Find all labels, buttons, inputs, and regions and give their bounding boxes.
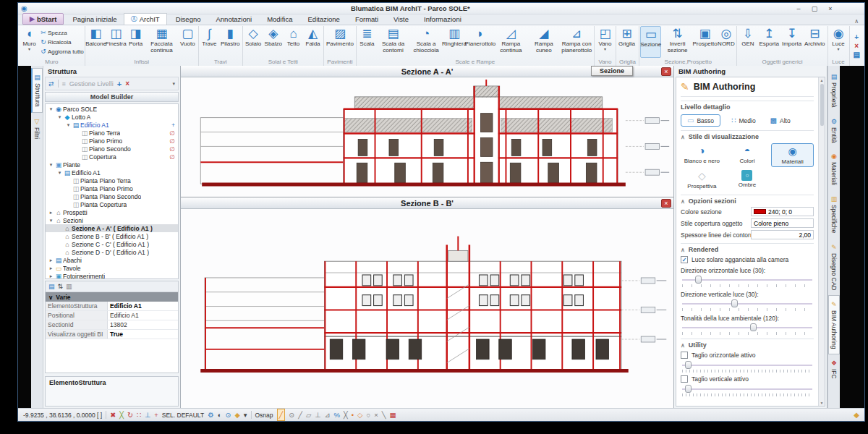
- porta-button[interactable]: ◨ Porta: [126, 26, 145, 58]
- medio-button[interactable]: ∷ Medio: [728, 115, 760, 126]
- section-a-header[interactable]: Sezione A - A' Sezione ×: [181, 66, 673, 77]
- tree-row[interactable]: ▾ ◆ Lotto A: [46, 113, 178, 121]
- tree-row[interactable]: ▸ ▤ Abachi: [46, 256, 178, 264]
- slider-control[interactable]: [682, 360, 812, 370]
- categorize-icon[interactable]: ▤: [48, 283, 55, 290]
- osnap-label[interactable]: Osnap: [255, 412, 273, 419]
- property-value[interactable]: True: [108, 330, 178, 339]
- visibility-marker-icon[interactable]: ∅: [170, 137, 175, 145]
- tree-row[interactable]: ▾ ▣ Piante: [46, 161, 178, 169]
- tetto-button[interactable]: ⌂ Tetto: [284, 26, 303, 58]
- pianerottolo-button[interactable]: ◗ Pianerottolo: [466, 26, 494, 58]
- osnap-percent-icon[interactable]: %: [334, 409, 340, 420]
- colore-sezione-field[interactable]: 240; 0; 0: [751, 207, 814, 216]
- property-page-icon[interactable]: ▥: [66, 283, 72, 290]
- expand-arrow-icon[interactable]: ▸: [48, 210, 54, 216]
- slider-thumb[interactable]: [750, 323, 757, 331]
- osnap-line-icon[interactable]: ╱: [277, 409, 286, 421]
- prospetto-button[interactable]: ▣ Prospetto: [694, 26, 717, 58]
- trave-button[interactable]: ∫ Trave: [200, 26, 219, 58]
- expand-arrow-icon[interactable]: ▸: [48, 258, 54, 263]
- scroll-up-icon[interactable]: ▲: [820, 78, 824, 82]
- prospettiva-button[interactable]: ◇ Prospettiva: [681, 169, 723, 191]
- panel-scrollbar[interactable]: ▲ ▼: [818, 77, 825, 406]
- slider-thumb[interactable]: [695, 276, 702, 284]
- osnap-perpendicular-icon[interactable]: ⊥: [315, 409, 320, 420]
- facciata-continua-button[interactable]: ▦ Facciata continua: [145, 26, 178, 58]
- tree-row[interactable]: ◫ Pianta Piano Primo: [46, 184, 178, 192]
- toolbar-dropdown-icon[interactable]: ▾: [172, 81, 175, 87]
- settings-gear-icon[interactable]: ⚙: [208, 409, 214, 420]
- finestra-button[interactable]: ◫ Finestra: [106, 26, 126, 58]
- slider-thumb[interactable]: [731, 299, 738, 307]
- layer-drop-icon[interactable]: ▾: [244, 409, 247, 420]
- add-level-button[interactable]: +: [117, 80, 122, 88]
- menu-tab[interactable]: Formati: [346, 13, 385, 25]
- expand-arrow-icon[interactable]: ▸: [48, 273, 54, 279]
- osnap-quadrant-icon[interactable]: ◇: [357, 409, 362, 420]
- zoom-lens-icon[interactable]: ⊙: [225, 409, 231, 420]
- livelli-button[interactable]: ▤: [854, 51, 860, 59]
- falda-button[interactable]: ◭ Falda: [303, 26, 323, 58]
- taglio-checkbox[interactable]: [681, 375, 688, 383]
- spessore-linee-field[interactable]: 2,00: [751, 230, 814, 239]
- tree-row[interactable]: ▾ ▤ Edificio A1 +: [46, 121, 178, 129]
- gen-button[interactable]: ⇩ GEN: [738, 26, 757, 58]
- menu-tab[interactable]: Informazioni: [415, 13, 468, 25]
- side-tab[interactable]: ❖ IFC: [828, 354, 840, 384]
- ricalcola-button[interactable]: ↻ Ricalcola: [39, 38, 84, 47]
- property-row[interactable]: Positional Edificio A1: [46, 311, 178, 320]
- stile-copertura-field[interactable]: Colore pieno: [751, 218, 814, 228]
- aggiorna-tutto-button[interactable]: ↺ Aggiorna tutto: [39, 47, 84, 56]
- tree-row[interactable]: ⌂ Sezione A - A' ( Edificio A1 ): [46, 224, 178, 232]
- tree-row[interactable]: ◫ Piano Primo ∅: [46, 137, 178, 145]
- tree-row[interactable]: ▾ ▤ Edificio A1: [46, 169, 178, 176]
- spezza-button[interactable]: ✂ Spezza: [39, 28, 84, 38]
- section-a-drawing[interactable]: [181, 77, 673, 197]
- perpendicular-snap-icon[interactable]: ⊥: [145, 409, 150, 420]
- sezione-badge[interactable]: Sezione: [591, 66, 633, 76]
- inverti-sezione-button[interactable]: ⇅ Inverti sezione: [661, 26, 693, 58]
- osnap-intersection-icon[interactable]: ╳: [344, 409, 348, 420]
- scala-da-contorni-button[interactable]: ▤ Scala da contorni: [377, 26, 409, 58]
- property-category[interactable]: ∨ Varie: [46, 292, 178, 302]
- menu-tab[interactable]: Viste: [385, 13, 415, 25]
- rotation-snap-icon[interactable]: ↻: [127, 409, 133, 420]
- collapse-icon[interactable]: ∧: [681, 247, 685, 253]
- slider-control[interactable]: [682, 299, 812, 308]
- tree-row[interactable]: ⌂ Sezione B - B' ( Edificio A1 ): [46, 232, 178, 240]
- menu-tab[interactable]: Annotazioni: [207, 13, 258, 25]
- osnap-circle-icon[interactable]: ○: [366, 409, 370, 420]
- collapse-icon[interactable]: ∧: [681, 198, 685, 205]
- importa-button[interactable]: ↧ Importa: [780, 26, 803, 58]
- osnap-point-icon[interactable]: •: [352, 409, 354, 420]
- side-tab[interactable]: ◉ Materiali: [828, 148, 840, 190]
- refresh-icon[interactable]: ⇄: [48, 80, 54, 88]
- osnap-cancel-icon[interactable]: ×: [374, 409, 378, 420]
- ringhiera-button[interactable]: ▥ Ringhiera: [443, 26, 466, 58]
- delete-level-button[interactable]: ×: [125, 80, 129, 88]
- osnap-parallel-icon[interactable]: ▱: [306, 409, 311, 420]
- side-tab[interactable]: ▤ Proprietà: [828, 68, 840, 113]
- property-row[interactable]: SectionId 13802: [46, 320, 178, 330]
- sezione-button[interactable]: ▭ Sezione: [640, 26, 661, 58]
- side-tab[interactable]: ▥ Specifiche: [828, 190, 840, 238]
- contrast-icon[interactable]: ◐: [218, 409, 222, 420]
- archivio-button[interactable]: ⊟ Archivio: [803, 26, 826, 58]
- minimize-button[interactable]: –: [791, 4, 807, 14]
- pavimento-button[interactable]: ▨ Pavimento: [325, 26, 355, 58]
- collapse-icon[interactable]: ∧: [681, 134, 685, 140]
- tree-row[interactable]: ▸ ⌂ Prospetti: [46, 208, 178, 216]
- rampa-continua-button[interactable]: ◿ Rampa continua: [495, 26, 527, 58]
- slider-control[interactable]: [682, 323, 812, 332]
- property-value[interactable]: 13802: [108, 320, 178, 329]
- expand-arrow-icon[interactable]: ▾: [48, 218, 54, 224]
- section-b-drawing[interactable]: [181, 209, 673, 408]
- osnap-block-icon[interactable]: ▦: [389, 409, 396, 420]
- scala-button[interactable]: ≣ Scala: [357, 26, 377, 58]
- menu-tab[interactable]: Pagina iniziale: [64, 13, 123, 25]
- chiudi-vista-button[interactable]: ×: [854, 42, 860, 50]
- nord-button[interactable]: ◎ NORD: [716, 26, 736, 58]
- property-row[interactable]: Visualizza oggetti BI True: [46, 330, 178, 339]
- solaio-button[interactable]: ◇ Solaio: [244, 26, 263, 58]
